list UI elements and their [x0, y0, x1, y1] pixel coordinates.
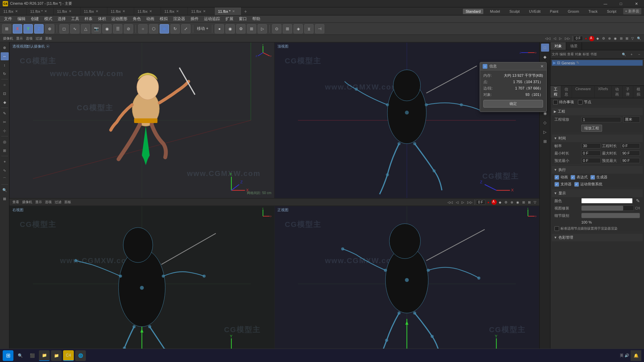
tool-poly[interactable]: ○	[1, 81, 9, 89]
toolbar-quantize[interactable]: ◈	[293, 24, 303, 34]
tool-paint[interactable]: ✎	[1, 109, 9, 117]
tool-knife[interactable]: ✂	[1, 118, 9, 126]
toolbar-render-region[interactable]: ⊞	[247, 24, 256, 34]
toolbar-filter[interactable]: ⊘	[124, 24, 133, 34]
nodes-checkbox-label[interactable]: 节点	[578, 100, 591, 105]
detail-slider[interactable]	[581, 213, 640, 218]
vp-keyframe-btn[interactable]: ◆	[595, 36, 600, 41]
execute-section-header[interactable]: ▼ 执行	[552, 166, 643, 174]
vp-sep-nav2[interactable]: ◁	[455, 200, 460, 204]
mode-model[interactable]: Model	[487, 9, 503, 14]
nodes-checkbox[interactable]	[578, 100, 583, 105]
tool-point[interactable]: ◆	[1, 98, 9, 106]
toolbar-grid-snap[interactable]: ⊞	[283, 24, 292, 34]
tab-2[interactable]: 11.fbx * ✕	[27, 7, 54, 15]
fps-value[interactable]: 30	[581, 143, 601, 148]
toolbar-render-preview[interactable]: ▷	[258, 24, 267, 34]
color-edit-icon[interactable]: ✎	[636, 198, 640, 203]
vp-sep-display1[interactable]: 摄像机	[21, 199, 33, 205]
tool-rotate[interactable]: ↻	[1, 70, 9, 78]
todo-checkbox[interactable]	[553, 100, 558, 105]
mode-script[interactable]: Script	[604, 9, 619, 14]
adapt-checkbox[interactable]	[554, 226, 559, 231]
viewport-front[interactable]: 正视图 CG模型主 www.CGMXW.com CG模型主	[274, 206, 539, 362]
prop-tab-simulate[interactable]: 模拟	[633, 86, 644, 98]
tree-item-genesis[interactable]: ▶ ⊡ Genesis ✎	[552, 60, 643, 66]
pre-max-value[interactable]: 90 F	[621, 158, 640, 163]
tab-6[interactable]: 11.fbx ✕	[134, 7, 161, 15]
menu-help[interactable]: 帮助	[250, 15, 263, 23]
viewport-perspective[interactable]: 透视视图 默认摄像机 ☉ CG模型主 www.CGMXW.com CG模型主 w…	[9, 42, 274, 198]
menu-select[interactable]: 选择	[55, 15, 68, 23]
viewport-right[interactable]: 右视图 CG模型主 www.CGMXW.com CG模型主	[9, 206, 274, 362]
vp-nav1[interactable]: ◁◁	[544, 36, 551, 41]
genesis-edit-icon[interactable]: ✎	[576, 61, 579, 65]
tool-zoom[interactable]: 🔍	[1, 186, 9, 194]
scale-unit-dropdown[interactable]: 厘米	[623, 116, 640, 123]
vp-sep-key[interactable]: ◆	[498, 200, 502, 204]
tool-arc[interactable]: ⌒	[1, 175, 9, 183]
mode-paint[interactable]: Paint	[547, 9, 561, 14]
vp-extra3[interactable]: ⊞	[619, 36, 624, 41]
menu-mode[interactable]: 模式	[42, 15, 55, 23]
vp-extra1[interactable]: ⊕	[607, 36, 612, 41]
minimize-button[interactable]: —	[598, 0, 613, 7]
tool-spline[interactable]: ⌖	[1, 158, 9, 166]
max-value[interactable]: 90 F	[621, 150, 640, 156]
taskbar-explorer2[interactable]: 📁	[51, 350, 62, 361]
vp-panel-btn[interactable]: 面板	[44, 36, 53, 41]
taskbar-browser[interactable]: 🌐	[75, 350, 86, 361]
rp-bookmark-btn[interactable]: 书签	[590, 51, 597, 58]
vp-sep-nav4[interactable]: ▷▷	[466, 200, 474, 204]
vp-camera-btn[interactable]: 摄像机	[2, 36, 14, 41]
time-section-header[interactable]: ▼ 时间	[552, 134, 643, 142]
end-time-value[interactable]: 0 F	[621, 143, 640, 148]
toolbar-mirror[interactable]: ⧖	[304, 24, 314, 34]
scale-project-button[interactable]: 缩放工程	[581, 125, 602, 132]
vp-sep-panel1[interactable]: 过滤	[54, 199, 62, 205]
mode-track[interactable]: Track	[586, 9, 600, 14]
tool-edge[interactable]: ⊡	[1, 89, 9, 98]
anim-checkbox[interactable]	[554, 175, 559, 180]
vp-record-btn[interactable]: ●	[584, 36, 588, 41]
vp-frame-field[interactable]: 0 F	[574, 36, 583, 41]
vp-sep-frame[interactable]: 0 F	[476, 200, 485, 205]
vp-sep-nav3[interactable]: ▷	[461, 200, 465, 204]
rp-minus-btn[interactable]: −	[636, 51, 643, 58]
vp-extra5[interactable]: ▽	[630, 36, 635, 41]
mode-standard[interactable]: Standard	[463, 9, 483, 14]
vp-sep-record[interactable]: ●	[486, 200, 490, 204]
toolbar-scale[interactable]: ⤢	[181, 24, 191, 34]
expr-checkbox[interactable]	[571, 175, 575, 180]
mode-sculpt[interactable]: Sculpt	[507, 9, 523, 14]
tool-extra1[interactable]: ⊠	[1, 195, 9, 203]
vp-sep-icon4[interactable]: ⊠	[527, 200, 532, 204]
vp-sep-a[interactable]: A	[491, 199, 497, 205]
menu-spline[interactable]: 样条	[82, 15, 95, 23]
prop-tab-bullet[interactable]: 子弹	[623, 86, 633, 98]
toolbar-options[interactable]: ☰	[113, 24, 122, 34]
prop-tab-info[interactable]: 信息	[561, 86, 572, 98]
tool-scale[interactable]: ↕	[1, 61, 9, 69]
taskbar-notifications[interactable]: 🔔	[631, 350, 641, 361]
taskbar-c4d[interactable]: C4	[63, 350, 74, 361]
vp-extra4[interactable]: ⊠	[625, 36, 629, 41]
toolbar-obj1[interactable]: ○	[138, 24, 148, 34]
toolbar-axis-z[interactable]: Z	[34, 24, 44, 34]
pre-min-value[interactable]: 0 F	[581, 158, 601, 163]
toolbar-render[interactable]: ●	[215, 24, 224, 34]
vp-extra2[interactable]: ◉	[613, 36, 618, 41]
rp-add-btn[interactable]: +	[628, 51, 635, 58]
taskbar-search[interactable]: 🔍	[15, 350, 25, 361]
ri-diamond-btn[interactable]: ◇	[541, 119, 549, 127]
toolbar-display[interactable]: ◉	[102, 24, 112, 34]
start-button[interactable]: ⊞	[3, 350, 13, 361]
vp-sep-view1[interactable]: 面板	[63, 199, 72, 205]
toolbar-sym[interactable]: ⊣	[315, 24, 324, 34]
tab-4[interactable]: 11.fbx ✕	[80, 7, 107, 15]
motion-checkbox[interactable]	[574, 182, 579, 187]
level-slider[interactable]	[581, 205, 634, 211]
menu-simulate[interactable]: 模拟	[157, 15, 170, 23]
color-mgmt-header[interactable]: ▼ 色彩管理	[552, 234, 643, 241]
add-tab-button[interactable]: +	[241, 9, 250, 14]
